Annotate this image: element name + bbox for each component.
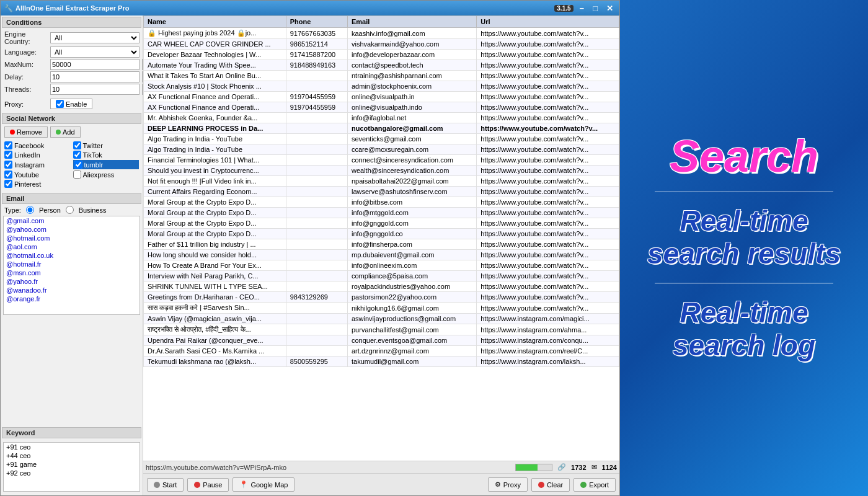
keyword-item[interactable]: +92 ceo bbox=[4, 469, 140, 477]
table-row[interactable]: AX Functional Finance and Operati...9197… bbox=[144, 102, 619, 113]
email-list-item[interactable]: @msn.com bbox=[4, 268, 140, 277]
table-row[interactable]: Interview with Neil Parag Parikh, C...co… bbox=[144, 271, 619, 281]
table-row[interactable]: Automate Your Trading With Spee...918488… bbox=[144, 60, 619, 71]
linkedin-checkbox[interactable] bbox=[4, 151, 12, 159]
cell-url: https://www.instagram.com/reel/C... bbox=[477, 346, 619, 356]
cell-url: https://www.youtube.com/watch?v... bbox=[477, 60, 619, 71]
table-row[interactable]: SHRINK TUNNEL WITH L TYPE SEA...royalpac… bbox=[144, 281, 619, 292]
cell-url: https://www.youtube.com/watch?v... bbox=[477, 229, 619, 239]
table-row[interactable]: Algo Trading in India - YouTubeccare@mcx… bbox=[144, 144, 619, 155]
email-type-row: Type: Person Business bbox=[1, 204, 143, 216]
person-radio[interactable] bbox=[26, 206, 34, 214]
cell-email: connect@sinceresyndication.com bbox=[348, 155, 477, 166]
add-button[interactable]: Add bbox=[50, 126, 81, 138]
cell-name: Financial Terminologies 101 | What... bbox=[144, 155, 286, 166]
table-row[interactable]: Mr. Abhishek Goenka, Founder &a...info@i… bbox=[144, 113, 619, 123]
table-row[interactable]: 🔒 Highest paying jobs 2024 🔒jo...9176676… bbox=[144, 28, 619, 39]
cell-url: https://www.youtube.com/watch?v... bbox=[477, 134, 619, 144]
facebook-checkbox[interactable] bbox=[4, 141, 12, 149]
keyword-list[interactable]: +91 ceo+44 ceo+91 game+92 ceo bbox=[3, 442, 140, 492]
instagram-checkbox[interactable] bbox=[4, 161, 12, 169]
table-row[interactable]: Stock Analysis #10 | Stock Phoenix ...ad… bbox=[144, 81, 619, 92]
col-url: Url bbox=[477, 16, 619, 28]
cell-name: Greetings from Dr.Hariharan - CEO... bbox=[144, 292, 286, 303]
table-row[interactable]: Greetings from Dr.Hariharan - CEO...9843… bbox=[144, 292, 619, 303]
keyword-item[interactable]: +91 ceo bbox=[4, 443, 140, 451]
youtube-checkbox[interactable] bbox=[4, 170, 12, 179]
table-row[interactable]: Moral Group at the Crypto Expo D...info@… bbox=[144, 218, 619, 229]
data-table-container[interactable]: Name Phone Email Url 🔒 Highest paying jo… bbox=[143, 16, 619, 461]
table-row[interactable]: Algo Trading in India - YouTubeseventick… bbox=[144, 134, 619, 144]
pinterest-checkbox[interactable] bbox=[4, 180, 12, 188]
table-row[interactable]: How long should we consider hold...mp.du… bbox=[144, 250, 619, 260]
start-button[interactable]: Start bbox=[147, 478, 184, 492]
engine-country-select[interactable]: All bbox=[50, 32, 140, 43]
table-row[interactable]: Current Affairs Regarding Econom...lawse… bbox=[144, 187, 619, 197]
close-button[interactable]: ✕ bbox=[604, 4, 616, 13]
keyword-item[interactable]: +91 game bbox=[4, 460, 140, 469]
email-list-item[interactable]: @orange.fr bbox=[4, 294, 140, 303]
table-row[interactable]: Developer Bazaar Technologies | W...9174… bbox=[144, 50, 619, 60]
app-title: AllInOne Email Extract Scraper Pro bbox=[16, 4, 129, 12]
table-row[interactable]: राष्ट्रभक्ति से ओतप्रोत, #हिंदी_साहित्य … bbox=[144, 324, 619, 335]
status-bar: https://m.youtube.com/watch?v=WPiSrpA-mk… bbox=[143, 461, 619, 473]
email-list-item[interactable]: @aol.com bbox=[4, 242, 140, 251]
email-list-item[interactable]: @yahoo.com bbox=[4, 225, 140, 234]
maximize-button[interactable]: □ bbox=[590, 4, 600, 13]
proxy-checkbox[interactable] bbox=[56, 100, 64, 108]
table-row[interactable]: Upendra Pai Raikar (@conquer_eve...conqu… bbox=[144, 335, 619, 346]
table-row[interactable]: Father of $11 trillion big industry | ..… bbox=[144, 239, 619, 250]
title-bar-left: 🔧 AllInOne Email Extract Scraper Pro bbox=[4, 4, 129, 12]
business-radio[interactable] bbox=[66, 206, 74, 214]
tiktok-checkbox[interactable] bbox=[73, 151, 81, 159]
minimize-button[interactable]: − bbox=[577, 4, 587, 13]
table-row[interactable]: What it Takes To Start An Online Bu...nt… bbox=[144, 71, 619, 81]
pause-button[interactable]: Pause bbox=[187, 478, 229, 492]
threads-input[interactable] bbox=[50, 84, 140, 95]
cell-email: online@visualpath.in bbox=[348, 92, 477, 102]
twitter-checkbox[interactable] bbox=[73, 141, 81, 149]
table-row[interactable]: Tekumudi lakshmana rao (@laksh...8500559… bbox=[144, 356, 619, 367]
google-map-button[interactable]: 📍 Google Map bbox=[232, 477, 294, 492]
maxnum-input[interactable] bbox=[50, 59, 140, 70]
keyword-item[interactable]: +44 ceo bbox=[4, 451, 140, 460]
table-row[interactable]: Should you invest in Cryptocurrenc...wea… bbox=[144, 166, 619, 176]
table-row[interactable]: Aswin Vijay (@magician_aswin_vija...aswi… bbox=[144, 314, 619, 324]
table-row[interactable]: सास कड़वा हकनी करे | #Sarvesh Sin...nikh… bbox=[144, 303, 619, 314]
email-list-item[interactable]: @hotmail.fr bbox=[4, 260, 140, 268]
email-list[interactable]: @gmail.com@yahoo.com@hotmail.com@aol.com… bbox=[3, 216, 140, 315]
cell-email: info@mtggold.com bbox=[348, 208, 477, 218]
table-row[interactable]: CAR WHEEL CAP COVER GRINDER ...986515211… bbox=[144, 39, 619, 50]
table-row[interactable]: How To Create A Brand For Your Ex...info… bbox=[144, 260, 619, 271]
col-phone: Phone bbox=[286, 16, 347, 28]
remove-button[interactable]: Remove bbox=[4, 126, 48, 138]
table-row[interactable]: AX Functional Finance and Operati...9197… bbox=[144, 92, 619, 102]
clear-button[interactable]: Clear bbox=[531, 478, 570, 492]
bottom-toolbar: Start Pause 📍 Google Map ⚙ Proxy Cle bbox=[143, 473, 619, 495]
email-list-item[interactable]: @hotmail.co.uk bbox=[4, 251, 140, 260]
language-select[interactable]: All bbox=[50, 46, 140, 58]
tumblr-checkbox[interactable] bbox=[74, 161, 82, 169]
email-list-item[interactable]: @yahoo.fr bbox=[4, 277, 140, 286]
cell-email: admin@stockphoenix.com bbox=[348, 81, 477, 92]
email-list-item[interactable]: @hotmail.com bbox=[4, 234, 140, 242]
table-row[interactable]: Dr.Ar.Sarath Sasi CEO - Ms.Karnika ...ar… bbox=[144, 346, 619, 356]
cell-phone bbox=[286, 346, 347, 356]
table-row[interactable]: Moral Group at the Crypto Expo D...info@… bbox=[144, 229, 619, 239]
cell-name: Moral Group at the Crypto Expo D... bbox=[144, 208, 286, 218]
email-list-item[interactable]: @wanadoo.fr bbox=[4, 286, 140, 294]
proxy-button[interactable]: ⚙ Proxy bbox=[488, 477, 528, 492]
table-row[interactable]: Not fit enough !!! |Full Video link in..… bbox=[144, 176, 619, 187]
email-list-item[interactable]: @gmail.com bbox=[4, 216, 140, 225]
cell-phone bbox=[286, 113, 347, 123]
export-button[interactable]: Export bbox=[574, 478, 616, 492]
cell-name: Father of $11 trillion big industry | ..… bbox=[144, 239, 286, 250]
cell-url: https://www.youtube.com/watch?v... bbox=[477, 218, 619, 229]
aliexpress-checkbox[interactable] bbox=[73, 170, 81, 179]
table-row[interactable]: DEEP LEARNING PROCESS in Da...nucotbanga… bbox=[144, 123, 619, 134]
table-row[interactable]: Moral Group at the Crypto Expo D...info@… bbox=[144, 208, 619, 218]
table-row[interactable]: Moral Group at the Crypto Expo D...info@… bbox=[144, 197, 619, 208]
cell-phone: 8500559295 bbox=[286, 356, 347, 367]
table-row[interactable]: Financial Terminologies 101 | What...con… bbox=[144, 155, 619, 166]
delay-input[interactable] bbox=[50, 71, 140, 82]
